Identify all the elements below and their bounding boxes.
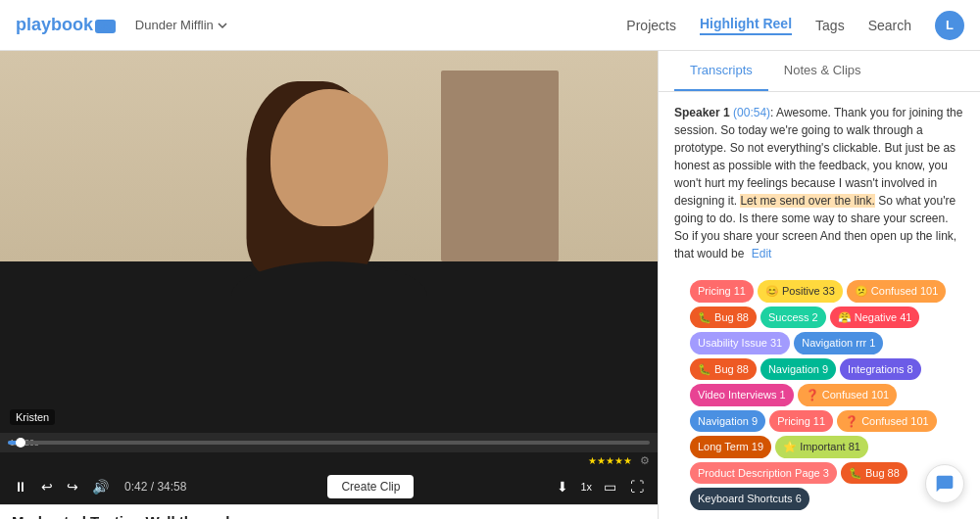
tag-pricing-2[interactable]: Pricing 11 — [769, 410, 833, 433]
right-panel-wrapper: Transcripts Notes & Clips Speaker 1 (00:… — [658, 51, 980, 519]
panel-tabs: Transcripts Notes & Clips — [659, 51, 980, 92]
tag-product-desc[interactable]: Product Description Page 3 — [690, 462, 837, 485]
timeline-track[interactable] — [8, 441, 650, 445]
person-body — [231, 261, 427, 434]
tag-confused-2[interactable]: ❓ Confused 101 — [798, 384, 898, 406]
settings-bar: ★★★★★ ⚙ — [0, 452, 658, 469]
timeline-row[interactable]: 1m 20s — [0, 433, 658, 452]
tag-confused-3[interactable]: ❓ Confused 101 — [837, 410, 937, 433]
right-panel: Transcripts Notes & Clips Speaker 1 (00:… — [658, 51, 980, 519]
tag-confused-1[interactable]: 😕 Confused 101 — [847, 280, 947, 303]
person-name-label: Kristen — [10, 409, 55, 425]
highlight-text-1: Let me send over the link. — [740, 194, 874, 208]
timestamp-1[interactable]: (00:54) — [733, 106, 770, 119]
avatar[interactable]: L — [935, 11, 964, 40]
forward-button[interactable]: ↪ — [65, 477, 80, 496]
theater-mode-button[interactable]: ▭ — [602, 477, 618, 496]
edit-link-1[interactable]: Edit — [752, 247, 772, 260]
volume-button[interactable]: 🔊 — [90, 477, 111, 496]
tag-video-interviews[interactable]: Video Interviews 1 — [690, 384, 794, 406]
logo-text: playbookux — [16, 15, 116, 35]
main-layout: Kristen 1m 20s ★★★★★ ⚙ ⏸ ↩ — [0, 51, 980, 519]
video-title-bar: Moderated Testing Walkthrough — [0, 504, 658, 519]
navbar: playbookux Dunder Mifflin Projects Highl… — [0, 0, 980, 51]
nav-search[interactable]: Search — [868, 18, 911, 33]
chevron-down-icon — [218, 21, 227, 30]
tag-navigation-9b[interactable]: Navigation 9 — [690, 410, 765, 433]
tag-keyboard[interactable]: Keyboard Shortcuts 6 — [690, 488, 809, 510]
video-frame — [0, 51, 658, 433]
tag-longterm[interactable]: Long Term 19 — [690, 436, 771, 458]
video-controls: 1m 20s ★★★★★ ⚙ ⏸ ↩ ↪ 🔊 0:42 — [0, 433, 658, 504]
timeline-thumb[interactable] — [16, 438, 25, 448]
nav-tags[interactable]: Tags — [815, 18, 845, 33]
person-head — [270, 89, 388, 226]
create-clip-button[interactable]: Create Clip — [327, 475, 414, 498]
tag-navigation-rrr[interactable]: Navigation rrr 1 — [794, 332, 883, 354]
rewind-button[interactable]: ↩ — [39, 477, 55, 496]
settings-icon[interactable]: ⚙ — [640, 454, 650, 467]
tag-positive[interactable]: 😊 Positive 33 — [758, 280, 843, 303]
video-area: Kristen — [0, 51, 658, 433]
logo[interactable]: playbookux — [16, 15, 116, 35]
nav-projects[interactable]: Projects — [626, 18, 676, 33]
tag-integrations[interactable]: Integrations 8 — [840, 358, 921, 381]
speed-selector[interactable]: 1x — [580, 481, 592, 493]
video-title: Moderated Testing Walkthrough — [12, 513, 235, 519]
video-panel: Kristen 1m 20s ★★★★★ ⚙ ⏸ ↩ — [0, 51, 658, 519]
tag-bug-3[interactable]: 🐛 Bug 88 — [841, 462, 907, 485]
transcript-area[interactable]: Speaker 1 (00:54): Awesome. Thank you fo… — [659, 92, 980, 519]
tag-success[interactable]: Success 2 — [760, 307, 826, 329]
door-decoration — [441, 71, 560, 261]
tags-section: Pricing 11 😊 Positive 33 😕 Confused 101 … — [674, 272, 964, 518]
tag-important[interactable]: ⭐ Important 81 — [775, 436, 868, 458]
brand-selector[interactable]: Dunder Mifflin — [135, 18, 227, 32]
tag-usability[interactable]: Usability Issue 31 — [690, 332, 790, 354]
tag-bug-2[interactable]: 🐛 Bug 88 — [690, 358, 757, 381]
tag-negative[interactable]: 😤 Negative 41 — [830, 307, 920, 329]
controls-row: ⏸ ↩ ↪ 🔊 0:42 / 34:58 Create Clip ⬇ 1x ▭ … — [0, 469, 658, 504]
download-button[interactable]: ⬇ — [555, 477, 570, 496]
tag-pricing[interactable]: Pricing 11 — [690, 280, 754, 303]
tag-bug-1[interactable]: 🐛 Bug 88 — [690, 307, 757, 329]
nav-highlight-reel[interactable]: Highlight Reel — [700, 16, 792, 35]
tag-navigation-9[interactable]: Navigation 9 — [760, 358, 836, 381]
rating-stars: ★★★★★ — [588, 455, 632, 466]
time-display: 0:42 / 34:58 — [124, 480, 186, 494]
tab-transcripts[interactable]: Transcripts — [674, 51, 768, 91]
tab-notes-clips[interactable]: Notes & Clips — [768, 51, 877, 91]
speaker-1-label: Speaker 1 — [674, 106, 733, 119]
chat-icon — [935, 474, 955, 494]
transcript-block-1: Speaker 1 (00:54): Awesome. Thank you fo… — [674, 104, 964, 262]
chat-button[interactable] — [925, 464, 964, 503]
nav-links: Projects Highlight Reel Tags Search L — [626, 11, 964, 40]
fullscreen-button[interactable]: ⛶ — [628, 477, 646, 496]
play-button[interactable]: ⏸ — [12, 477, 29, 496]
